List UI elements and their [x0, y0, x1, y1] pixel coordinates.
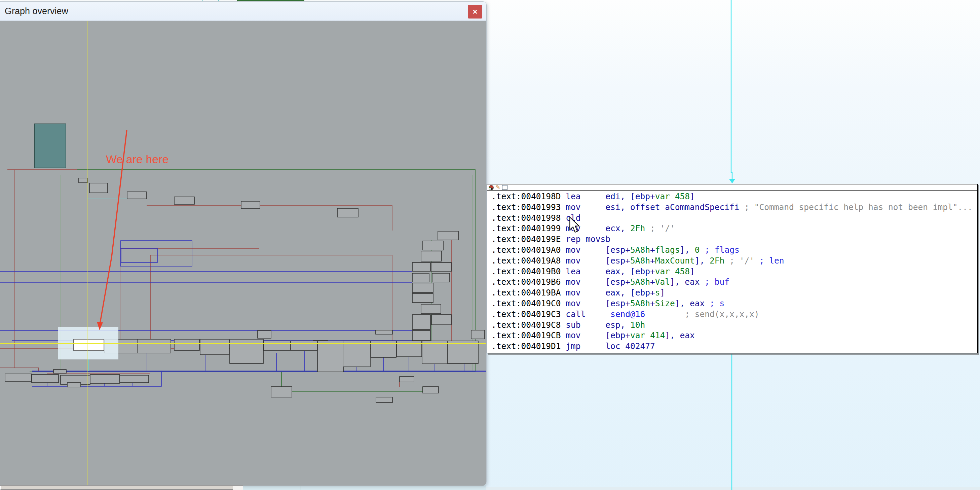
graph-node: [412, 273, 429, 282]
graph-node: [291, 341, 317, 351]
graph-view-icon: [502, 185, 508, 190]
disasm-line: .text:004019A0 mov [esp+5A8h+flags], 0 ;…: [492, 245, 977, 255]
disassembly-listing: .text:0040198D lea edi, [ebp+var_458].te…: [487, 191, 977, 353]
graph-node: [318, 341, 344, 372]
graph-node: [412, 314, 431, 329]
popup-icon-bar: ✎: [487, 184, 977, 191]
disasm-line: .text:00401998 cld: [492, 213, 977, 223]
window-title: Graph overview: [5, 6, 68, 16]
disasm-line: .text:00401999 mov ecx, 2Fh ; '/': [492, 223, 977, 234]
graph-node: [174, 339, 199, 350]
graph-node: [120, 375, 149, 383]
graph-node: [264, 341, 290, 351]
graph-node: [5, 374, 32, 381]
graph-node: [412, 330, 431, 341]
graph-node: [343, 341, 370, 367]
horizontal-scrollbar[interactable]: [0, 485, 243, 490]
graph-node: [438, 231, 458, 240]
edit-pencil-icon: ✎: [496, 185, 500, 190]
graph-node: [399, 377, 414, 382]
graph-node: [412, 283, 433, 292]
window-titlebar[interactable]: Graph overview ×: [0, 2, 486, 21]
disasm-line: .text:0040198D lea edi, [ebp+var_458]: [492, 191, 977, 202]
disasm-line: .text:004019C0 mov [esp+5A8h+Size], eax …: [492, 298, 977, 309]
graph-node: [200, 339, 229, 355]
graph-node: [271, 387, 292, 397]
graph-node: [241, 201, 260, 209]
graph-node: [448, 341, 478, 364]
graph-node: [431, 262, 451, 271]
graph-node: [90, 375, 120, 383]
graph-node: [432, 273, 450, 282]
graph-node: [422, 341, 448, 364]
graph-node: [32, 375, 59, 383]
graph-node: [67, 383, 81, 387]
scrollbar-thumb[interactable]: [0, 486, 233, 490]
disasm-line: .text:0040199E rep movsb: [492, 234, 977, 245]
entry-node: [35, 124, 66, 168]
graph-node: [137, 339, 171, 353]
graph-node: [375, 330, 393, 334]
current-node: [74, 339, 104, 351]
graph-node: [54, 370, 66, 373]
mouse-cursor-icon: [570, 217, 583, 233]
disasm-line: .text:004019A8 mov [esp+5A8h+MaxCount], …: [492, 255, 977, 266]
disasm-line: .text:00401993 mov esi, offset aCommandS…: [492, 202, 977, 213]
graph-node: [471, 330, 485, 339]
graph-node: [127, 192, 146, 199]
graph-node: [230, 339, 263, 364]
edge-arrowhead: [729, 179, 735, 184]
graph-node: [412, 294, 433, 303]
graph-node: [174, 197, 194, 204]
graph-node: [79, 178, 88, 183]
graph-node: [423, 241, 443, 250]
graph-node: [337, 208, 358, 217]
graph-overview-canvas[interactable]: We are here: [0, 21, 486, 486]
disasm-line: .text:004019B6 mov [esp+5A8h+Val], eax ;…: [492, 277, 977, 287]
ida-ball-icon: [488, 185, 494, 190]
graph-node: [412, 262, 431, 271]
graph-overview-window: We are here Graph overview ×: [0, 2, 487, 486]
graph-node: [258, 330, 271, 338]
disasm-line: .text:004019B0 lea eax, [ebp+var_458]: [492, 266, 977, 277]
graph-node: [376, 397, 393, 402]
disasm-line: .text:004019C8 sub esp, 10h: [492, 320, 977, 330]
disasm-line: .text:004019CB mov [ebp+var_414], eax: [492, 330, 977, 341]
graph-node: [421, 304, 441, 314]
graph-node: [423, 387, 439, 393]
graph-node: [431, 314, 451, 325]
disasm-line: .text:004019C3 call _send@16 ; send(x,x,…: [492, 309, 977, 320]
graph-node: [421, 251, 442, 261]
annotation-label: We are here: [106, 153, 169, 166]
disassembly-hint-popup: ✎ .text:0040198D lea edi, [ebp+var_458].…: [487, 184, 978, 353]
graph-node: [89, 183, 108, 193]
disasm-line: .text:004019BA mov eax, [ebp+s]: [492, 287, 977, 298]
close-button[interactable]: ×: [468, 5, 482, 19]
disasm-line: .text:004019D1 jmp loc_402477: [492, 341, 977, 352]
